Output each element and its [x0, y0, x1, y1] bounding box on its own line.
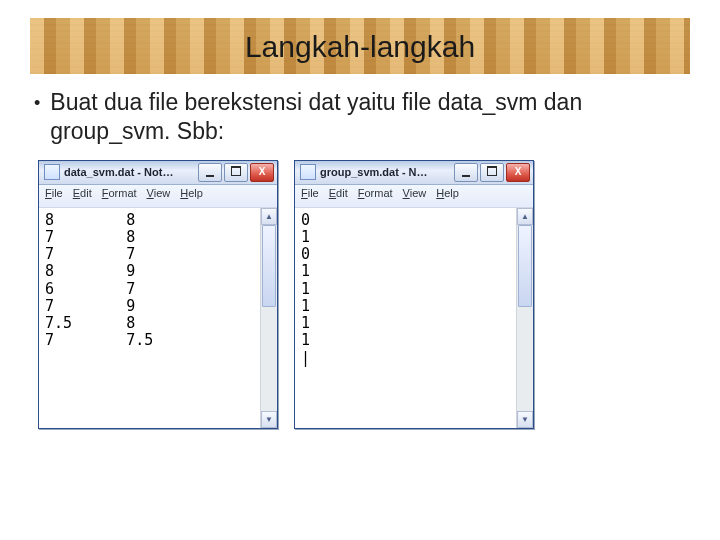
editor-content[interactable]: 8 8 7 8 7 7 8 9 6 7 7 9 7.5 8 7 7.5	[39, 208, 260, 428]
menu-help[interactable]: Help	[436, 187, 459, 205]
editor-content[interactable]: 0 1 0 1 1 1 1 1 |	[295, 208, 516, 428]
scroll-down-button[interactable]: ▼	[517, 411, 533, 428]
scroll-thumb[interactable]	[518, 225, 532, 307]
scroll-down-button[interactable]: ▼	[261, 411, 277, 428]
minimize-button[interactable]	[198, 163, 222, 182]
menu-bar: File Edit Format View Help	[39, 185, 277, 208]
maximize-button[interactable]	[480, 163, 504, 182]
notepad-icon	[44, 164, 60, 180]
vertical-scrollbar[interactable]: ▲ ▼	[516, 208, 533, 428]
bullet-marker: •	[34, 94, 40, 112]
scroll-track[interactable]	[517, 225, 533, 411]
windows-group: data_svm.dat - Not… X File Edit Format V…	[38, 160, 720, 429]
notepad-icon	[300, 164, 316, 180]
scroll-up-button[interactable]: ▲	[261, 208, 277, 225]
window-title: data_svm.dat - Not…	[64, 166, 198, 178]
scroll-thumb[interactable]	[262, 225, 276, 307]
menu-view[interactable]: View	[147, 187, 171, 205]
notepad-window-data: data_svm.dat - Not… X File Edit Format V…	[38, 160, 278, 429]
window-title: group_svm.dat - N…	[320, 166, 454, 178]
menu-bar: File Edit Format View Help	[295, 185, 533, 208]
titlebar[interactable]: data_svm.dat - Not… X	[39, 161, 277, 185]
close-button[interactable]: X	[506, 163, 530, 182]
slide-title: Langkah-langkah	[30, 18, 690, 74]
menu-view[interactable]: View	[403, 187, 427, 205]
menu-format[interactable]: Format	[358, 187, 393, 205]
scroll-track[interactable]	[261, 225, 277, 411]
maximize-button[interactable]	[224, 163, 248, 182]
menu-help[interactable]: Help	[180, 187, 203, 205]
bullet-text: Buat dua file berekstensi dat yaitu file…	[50, 88, 690, 146]
menu-edit[interactable]: Edit	[73, 187, 92, 205]
menu-format[interactable]: Format	[102, 187, 137, 205]
vertical-scrollbar[interactable]: ▲ ▼	[260, 208, 277, 428]
notepad-window-group: group_svm.dat - N… X File Edit Format Vi…	[294, 160, 534, 429]
close-button[interactable]: X	[250, 163, 274, 182]
menu-file[interactable]: File	[45, 187, 63, 205]
minimize-button[interactable]	[454, 163, 478, 182]
menu-edit[interactable]: Edit	[329, 187, 348, 205]
scroll-up-button[interactable]: ▲	[517, 208, 533, 225]
bullet-item: • Buat dua file berekstensi dat yaitu fi…	[30, 88, 690, 146]
menu-file[interactable]: File	[301, 187, 319, 205]
titlebar[interactable]: group_svm.dat - N… X	[295, 161, 533, 185]
